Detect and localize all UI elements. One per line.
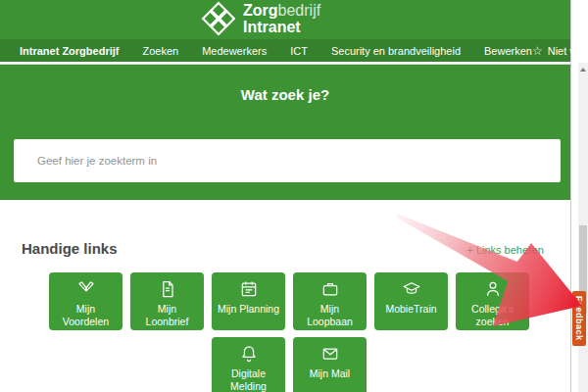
nav-item-medewerkers[interactable]: Medewerkers bbox=[202, 45, 267, 57]
tile-label: Mijn Voordelen bbox=[63, 303, 109, 328]
nav-item-intranet-zorgbedrijf[interactable]: Intranet Zorgbedrijf bbox=[20, 45, 119, 57]
tile-collegas-zoeken[interactable]: Collega's zoeken bbox=[456, 272, 529, 330]
logo-brand-bold: Zorg bbox=[243, 2, 278, 19]
star-icon: ☆ bbox=[532, 45, 543, 57]
tile-mijn-mail[interactable]: Mijn Mail bbox=[293, 337, 367, 392]
nav-links: Intranet Zorgbedrijf Zoeken Medewerkers … bbox=[20, 45, 532, 57]
nav-item-security[interactable]: Security en brandveiligheid bbox=[331, 45, 461, 57]
nav-item-ict[interactable]: ICT bbox=[290, 45, 308, 57]
tile-mobietrain[interactable]: MobieTrain bbox=[374, 272, 448, 330]
feedback-label: Feedback bbox=[574, 296, 584, 341]
tile-label: MobieTrain bbox=[385, 303, 436, 316]
bell-icon bbox=[239, 344, 259, 364]
manage-links-button[interactable]: + Links beheren bbox=[466, 244, 544, 256]
nav-item-bewerken[interactable]: Bewerken bbox=[484, 45, 532, 57]
logo-brand-light: bedrijf bbox=[278, 2, 321, 19]
tile-label: Collega's zoeken bbox=[471, 303, 514, 328]
scrollbar-up-button[interactable] bbox=[578, 63, 588, 76]
tile-label: Mijn Loopbaan bbox=[307, 303, 353, 328]
hero-title: Wat zoek je? bbox=[0, 86, 570, 103]
graduation-cap-icon bbox=[402, 279, 421, 299]
logo[interactable]: Zorgbedrijf Intranet bbox=[201, 1, 320, 36]
tile-label: Mijn Loonbrief bbox=[146, 303, 189, 328]
calendar-icon bbox=[239, 279, 259, 299]
logo-subtitle: Intranet bbox=[243, 19, 320, 35]
nav-item-zoeken[interactable]: Zoeken bbox=[142, 45, 178, 57]
logo-text: Zorgbedrijf Intranet bbox=[243, 2, 320, 35]
section-title: Handige links bbox=[22, 240, 118, 257]
top-navbar: Intranet Zorgbedrijf Zoeken Medewerkers … bbox=[0, 39, 570, 62]
payslip-document-icon bbox=[158, 279, 177, 299]
tile-mijn-loonbrief[interactable]: Mijn Loonbrief bbox=[130, 272, 204, 330]
tile-mijn-planning[interactable]: Mijn Planning bbox=[212, 272, 285, 330]
search-hero: Wat zoek je? bbox=[0, 65, 570, 200]
tile-label: Digitale Melding bbox=[230, 368, 267, 392]
up-arrow-icon bbox=[580, 68, 586, 72]
search-input[interactable] bbox=[14, 139, 561, 182]
feedback-button[interactable]: Feedback bbox=[572, 291, 586, 346]
tile-digitale-melding[interactable]: Digitale Melding bbox=[212, 337, 285, 392]
vouchers-icon bbox=[76, 279, 96, 299]
envelope-icon bbox=[320, 344, 340, 364]
tile-label: Mijn Planning bbox=[218, 303, 279, 316]
person-icon bbox=[483, 279, 503, 299]
app-header: Zorgbedrijf Intranet bbox=[0, 0, 570, 39]
clover-logo-icon bbox=[201, 1, 236, 36]
page-content: Zorgbedrijf Intranet Intranet Zorgbedrij… bbox=[0, 0, 571, 392]
briefcase-icon bbox=[320, 279, 340, 299]
tile-label: Mijn Mail bbox=[310, 368, 350, 380]
tile-mijn-voordelen[interactable]: Mijn Voordelen bbox=[49, 272, 122, 330]
tile-mijn-loopbaan[interactable]: Mijn Loopbaan bbox=[293, 272, 367, 330]
